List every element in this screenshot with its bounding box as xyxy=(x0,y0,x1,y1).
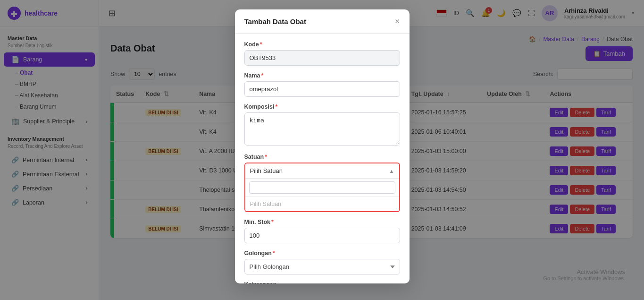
satuan-selected-text: Pilih Satuan xyxy=(250,167,283,174)
min-stok-label: Min. Stok* xyxy=(244,219,400,225)
komposisi-input[interactable]: kima xyxy=(244,112,400,146)
satuan-search-row xyxy=(245,179,399,197)
modal-close-button[interactable]: × xyxy=(395,17,400,26)
form-group-nama: Nama* xyxy=(244,72,400,97)
komposisi-label: Komposisi* xyxy=(244,103,400,110)
modal-title: Tambah Data Obat xyxy=(244,17,306,26)
min-stok-input[interactable] xyxy=(244,228,400,243)
form-group-min-stok: Min. Stok* xyxy=(244,219,400,243)
form-group-kode: Kode* xyxy=(244,41,400,66)
kode-input[interactable] xyxy=(244,50,400,66)
golongan-select[interactable]: Pilih Golongan xyxy=(244,259,400,274)
kode-label: Kode* xyxy=(244,41,400,48)
modal-header: Tambah Data Obat × xyxy=(235,9,410,34)
satuan-label: Satuan* xyxy=(244,154,400,160)
nama-label: Nama* xyxy=(244,72,400,79)
satuan-search-input[interactable] xyxy=(249,181,395,194)
modal-overlay: Tambah Data Obat × Kode* Nama* xyxy=(0,0,644,300)
nama-input[interactable] xyxy=(244,81,400,97)
satuan-chevron-up-icon: ▲ xyxy=(389,168,394,174)
form-group-komposisi: Komposisi* kima xyxy=(244,103,400,147)
satuan-select-row[interactable]: Pilih Satuan ▲ xyxy=(245,163,399,179)
golongan-label: Golongan* xyxy=(244,250,400,257)
modal-body: Kode* Nama* Komposisi* kima xyxy=(235,34,410,283)
keterangan-label: Keterangan xyxy=(244,281,400,283)
form-group-keterangan: Keterangan xyxy=(244,281,400,283)
satuan-placeholder-row: Pilih Satuan xyxy=(245,197,399,211)
satuan-dropdown-group: Pilih Satuan ▲ Pilih Satuan xyxy=(244,163,400,212)
app-container: healthcare Master Data Sumber Data Logis… xyxy=(0,0,644,300)
tambah-modal: Tambah Data Obat × Kode* Nama* xyxy=(235,9,410,283)
form-group-satuan: Satuan* Pilih Satuan ▲ Pilih Satuan xyxy=(244,154,400,212)
form-group-golongan: Golongan* Pilih Golongan xyxy=(244,250,400,274)
satuan-option-placeholder: Pilih Satuan xyxy=(250,201,282,207)
